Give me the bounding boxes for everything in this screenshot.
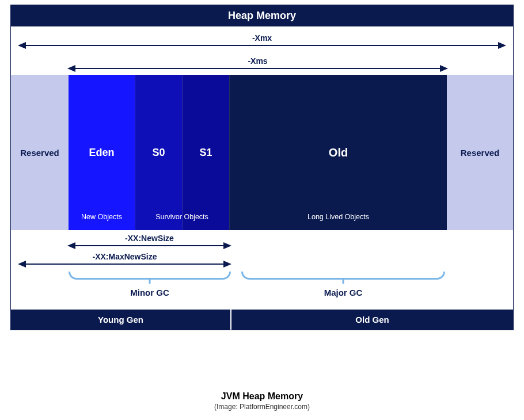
newsize-label: -XX:NewSize [69, 234, 230, 243]
survivor-sub: Survivor Objects [135, 213, 229, 221]
s0-title: S0 [135, 147, 182, 159]
brace-row: Minor GC Major GC [11, 269, 513, 310]
xmx-label: -Xmx [19, 33, 505, 43]
heap-memory-title: Heap Memory [11, 5, 513, 26]
caption: JVM Heap Memory (Image: PlatformEngineer… [0, 391, 524, 411]
young-gen-label: Young Gen [11, 310, 231, 330]
newsize-arrow: -XX:NewSize [69, 245, 230, 246]
generation-row: Young Gen Old Gen [11, 310, 513, 330]
xmx-arrow: -Xmx [19, 45, 505, 46]
eden-sub: New Objects [69, 213, 135, 221]
xms-arrow: -Xms [69, 68, 447, 69]
maxnewsize-label: -XX:MaxNewSize [19, 252, 230, 261]
survivor-container: Survivor Spaces S0 S1 Survivor Objects [135, 75, 229, 230]
minor-gc-label: Minor GC [69, 288, 231, 297]
reserved-left: Reserved [11, 75, 69, 230]
maxnewsize-arrow: -XX:MaxNewSize [19, 264, 230, 265]
top-arrows-region: -Xmx -Xms [11, 26, 513, 75]
diagram-container: Heap Memory -Xmx -Xms Reserved Eden New … [10, 5, 514, 330]
s1-title: S1 [183, 147, 229, 159]
major-gc-label: Major GC [241, 288, 445, 297]
s0-space: S0 [135, 75, 182, 230]
caption-source: (Image: PlatformEngineer.com) [0, 403, 524, 411]
eden-space: Eden New Objects [69, 75, 135, 230]
eden-title: Eden [69, 147, 135, 159]
old-gen-label: Old Gen [231, 310, 513, 330]
memory-row: Reserved Eden New Objects Survivor Space… [11, 75, 513, 230]
major-gc-brace [241, 272, 445, 280]
xms-label: -Xms [69, 56, 447, 66]
reserved-right: Reserved [447, 75, 513, 230]
s1-space: S1 [182, 75, 229, 230]
caption-title: JVM Heap Memory [0, 391, 524, 402]
bottom-arrows-region: -XX:NewSize -XX:MaxNewSize [11, 230, 513, 269]
old-space: Old Long Lived Objects [229, 75, 447, 230]
old-sub: Long Lived Objects [230, 213, 447, 221]
old-title: Old [230, 146, 447, 159]
minor-gc-brace [69, 272, 231, 280]
